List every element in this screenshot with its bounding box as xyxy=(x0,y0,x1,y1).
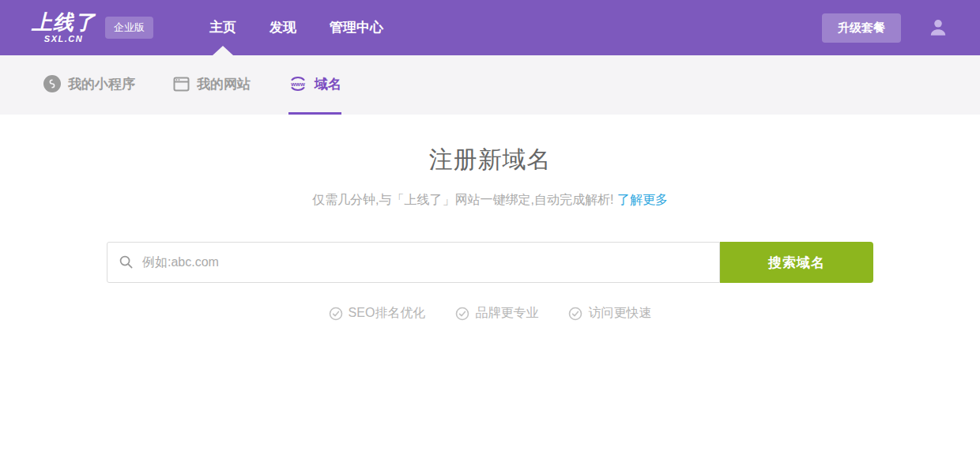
nav-item-label: 管理中心 xyxy=(330,20,383,35)
nav-item-discover[interactable]: 发现 xyxy=(253,0,313,55)
feature-list: SEO排名优化 品牌更专业 访问更快速 xyxy=(0,305,980,322)
nav-item-admin-center[interactable]: 管理中心 xyxy=(313,0,400,55)
tab-my-websites[interactable]: 我的网站 xyxy=(173,55,251,115)
feature-brand: 品牌更专业 xyxy=(455,305,538,322)
nav-item-label: 主页 xyxy=(209,20,236,35)
check-circle-icon xyxy=(568,307,582,321)
feature-label: SEO排名优化 xyxy=(349,305,426,322)
nav-item-home[interactable]: 主页 xyxy=(193,0,253,55)
search-box xyxy=(107,242,720,283)
search-domain-button[interactable]: 搜索域名 xyxy=(720,242,873,283)
subtitle: 仅需几分钟,与「上线了」网站一键绑定,自动完成解析! 了解更多 xyxy=(0,192,980,209)
enterprise-badge: 企业版 xyxy=(105,17,153,39)
top-nav: 主页 发现 管理中心 xyxy=(193,0,400,55)
upgrade-plan-button[interactable]: 升级套餐 xyxy=(822,13,901,43)
learn-more-link[interactable]: 了解更多 xyxy=(617,193,668,206)
logo-title: 上线了 xyxy=(32,12,96,32)
main-content: 注册新域名 仅需几分钟,与「上线了」网站一键绑定,自动完成解析! 了解更多 搜索… xyxy=(0,144,980,322)
tab-label: 我的小程序 xyxy=(68,75,135,93)
logo[interactable]: 上线了 SXL.CN xyxy=(32,12,96,43)
tab-my-miniprograms[interactable]: 我的小程序 xyxy=(43,55,135,115)
tab-label: 我的网站 xyxy=(197,75,251,93)
secondary-tabbar: 我的小程序 我的网站 www 域名 xyxy=(0,55,980,115)
active-caret xyxy=(213,46,233,55)
page-title: 注册新域名 xyxy=(0,144,980,176)
miniprogram-icon xyxy=(43,75,61,92)
tab-label: 域名 xyxy=(315,75,341,93)
feature-speed: 访问更快速 xyxy=(568,305,651,322)
logo-subtitle: SXL.CN xyxy=(44,34,83,43)
feature-seo: SEO排名优化 xyxy=(329,305,426,322)
check-circle-icon xyxy=(329,307,343,321)
domain-search-input[interactable] xyxy=(107,242,720,283)
feature-label: 访问更快速 xyxy=(588,305,651,322)
tab-domain[interactable]: www 域名 xyxy=(288,55,341,115)
nav-item-label: 发现 xyxy=(270,20,296,35)
subtitle-text: 仅需几分钟,与「上线了」网站一键绑定,自动完成解析! xyxy=(312,193,613,206)
user-avatar-icon[interactable] xyxy=(928,17,948,38)
top-header: 上线了 SXL.CN 企业版 主页 发现 管理中心 升级套餐 xyxy=(0,0,980,55)
feature-label: 品牌更专业 xyxy=(475,305,538,322)
check-circle-icon xyxy=(455,307,469,321)
svg-text:www: www xyxy=(290,81,305,88)
domain-search-row: 搜索域名 xyxy=(107,242,873,283)
domain-www-icon: www xyxy=(288,75,307,92)
website-icon xyxy=(173,77,190,92)
